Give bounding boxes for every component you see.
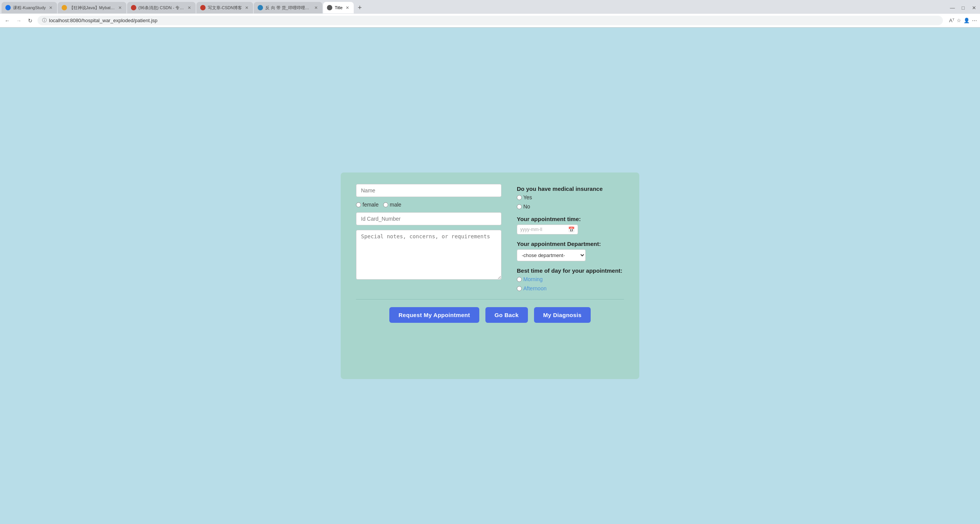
url-bar[interactable]: ⓘ localhost:8080/hospital_war_exploded/p… <box>38 16 943 25</box>
appointment-time-title: Your appointment time: <box>517 216 624 222</box>
maximize-button[interactable]: □ <box>959 5 968 11</box>
tab3-close[interactable]: ✕ <box>187 5 192 10</box>
best-time-radio-group: Morning Afternoon <box>517 276 624 291</box>
tab-title[interactable]: Title ✕ <box>323 2 353 13</box>
tab6-icon <box>327 5 332 10</box>
id-card-input[interactable] <box>356 212 501 225</box>
calendar-icon[interactable]: 📅 <box>568 226 575 233</box>
afternoon-radio[interactable] <box>517 286 522 291</box>
tab-kuangstudy[interactable]: 课程-KuangStudy ✕ <box>2 2 57 13</box>
tab-csdn1[interactable]: (96条消息) CSDN - 专业开发者... ✕ <box>127 2 196 13</box>
browser-chrome: 课程-KuangStudy ✕ 【狂神说Java】Mybatis最新完整... … <box>0 0 980 28</box>
minimize-button[interactable]: — <box>948 5 957 11</box>
profile-icon[interactable]: 👤 <box>964 18 970 23</box>
tab2-icon <box>62 5 67 10</box>
best-time-title: Best time of day for your appointment: <box>517 267 624 274</box>
gender-male-radio[interactable] <box>383 202 388 207</box>
best-time-section: Best time of day for your appointment: M… <box>517 267 624 291</box>
translate-icon[interactable]: Aᵀ <box>949 18 954 23</box>
insurance-section: Do you have medical insurance Yes No <box>517 186 624 210</box>
button-row: Request My Appointment Go Back My Diagno… <box>356 307 624 323</box>
datetime-placeholder: yyyy-mm-ll <box>520 227 566 232</box>
insurance-yes-text: Yes <box>523 194 532 200</box>
tab-csdn2[interactable]: 写文章-CSDN博客 ✕ <box>196 2 253 13</box>
menu-icon[interactable]: ⋯ <box>972 18 977 23</box>
appointment-time-section: Your appointment time: yyyy-mm-ll 📅 <box>517 216 624 234</box>
form-right: Do you have medical insurance Yes No <box>517 184 624 291</box>
tab5-icon <box>258 5 263 10</box>
tab2-label: 【狂神说Java】Mybatis最新完整... <box>69 5 115 11</box>
tab-bilibili[interactable]: 反 向 带 货_哔哩哔哩_bilibili ✕ <box>254 2 322 13</box>
my-diagnosis-button[interactable]: My Diagnosis <box>534 307 591 323</box>
form-divider <box>356 299 624 299</box>
tab3-label: (96条消息) CSDN - 专业开发者... <box>139 5 185 11</box>
notes-textarea[interactable] <box>356 230 501 280</box>
tab1-close[interactable]: ✕ <box>48 5 53 10</box>
tab6-close[interactable]: ✕ <box>345 5 350 10</box>
afternoon-label[interactable]: Afternoon <box>517 285 624 291</box>
appointment-department-section: Your appointment Department: -chose depa… <box>517 241 624 261</box>
tab4-icon <box>200 5 206 10</box>
datetime-input[interactable]: yyyy-mm-ll 📅 <box>517 225 578 234</box>
tab-bar: 课程-KuangStudy ✕ 【狂神说Java】Mybatis最新完整... … <box>0 0 980 14</box>
form-left: female male <box>356 184 501 291</box>
security-icon: ⓘ <box>42 17 47 24</box>
insurance-no-label[interactable]: No <box>517 203 624 210</box>
tab-mybatis[interactable]: 【狂神说Java】Mybatis最新完整... ✕ <box>58 2 126 13</box>
tab1-icon <box>5 5 11 10</box>
gender-female-label[interactable]: female <box>356 202 379 208</box>
morning-text: Morning <box>523 276 543 282</box>
tab1-label: 课程-KuangStudy <box>13 5 46 11</box>
tab4-label: 写文章-CSDN博客 <box>208 5 242 11</box>
tab5-close[interactable]: ✕ <box>314 5 318 10</box>
gender-male-text: male <box>390 202 401 208</box>
main-content: female male Do you have medical insuranc… <box>0 28 980 524</box>
insurance-radio-group: Yes No <box>517 194 624 210</box>
morning-radio[interactable] <box>517 277 522 282</box>
gender-female-text: female <box>363 202 379 208</box>
insurance-yes-label[interactable]: Yes <box>517 194 624 200</box>
tab3-icon <box>131 5 136 10</box>
reload-button[interactable]: ↻ <box>26 18 34 24</box>
url-text: localhost:8080/hospital_war_exploded/pat… <box>49 18 157 23</box>
go-back-button[interactable]: Go Back <box>485 307 528 323</box>
form-layout: female male Do you have medical insuranc… <box>356 184 624 291</box>
address-bar: ← → ↻ ⓘ localhost:8080/hospital_war_expl… <box>0 14 980 28</box>
tab4-close[interactable]: ✕ <box>244 5 249 10</box>
gender-male-label[interactable]: male <box>383 202 401 208</box>
insurance-yes-radio[interactable] <box>517 195 522 200</box>
tab6-label: Title <box>335 5 342 10</box>
insurance-title: Do you have medical insurance <box>517 186 624 192</box>
tab5-label: 反 向 带 货_哔哩哔哩_bilibili <box>265 5 311 11</box>
back-button[interactable]: ← <box>3 18 11 24</box>
star-icon[interactable]: ☆ <box>957 18 961 23</box>
tab2-close[interactable]: ✕ <box>118 5 122 10</box>
browser-toolbar: Aᵀ ☆ 👤 ⋯ <box>949 18 977 23</box>
window-controls: — □ ✕ <box>948 5 978 11</box>
insurance-no-radio[interactable] <box>517 204 522 209</box>
gender-female-radio[interactable] <box>356 202 361 207</box>
gender-radio-group: female male <box>356 202 501 208</box>
department-select[interactable]: -chose department- Internal Medicine Sur… <box>517 249 586 261</box>
name-input[interactable] <box>356 184 501 197</box>
form-card: female male Do you have medical insuranc… <box>341 172 639 379</box>
request-appointment-button[interactable]: Request My Appointment <box>389 307 479 323</box>
close-window-button[interactable]: ✕ <box>969 5 978 11</box>
afternoon-text: Afternoon <box>523 285 547 291</box>
new-tab-button[interactable]: + <box>354 2 365 13</box>
forward-button[interactable]: → <box>15 18 23 24</box>
morning-label[interactable]: Morning <box>517 276 624 282</box>
department-title: Your appointment Department: <box>517 241 624 247</box>
insurance-no-text: No <box>523 203 530 210</box>
